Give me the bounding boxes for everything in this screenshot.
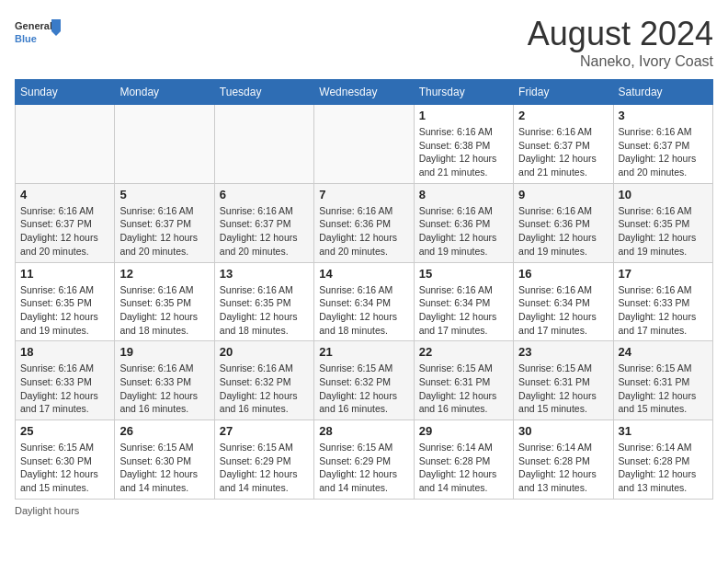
footer-label: Daylight hours bbox=[15, 505, 713, 516]
day-info: Sunrise: 6:15 AM Sunset: 6:29 PM Dayligh… bbox=[319, 441, 408, 495]
day-number: 27 bbox=[220, 424, 309, 438]
calendar-cell: 2Sunrise: 6:16 AM Sunset: 6:37 PM Daylig… bbox=[514, 105, 613, 184]
day-number: 2 bbox=[518, 109, 608, 122]
calendar-cell: 25Sunrise: 6:15 AM Sunset: 6:30 PM Dayli… bbox=[16, 420, 115, 500]
weekday-header-monday: Monday bbox=[115, 80, 214, 105]
day-number: 13 bbox=[220, 267, 309, 281]
calendar-cell: 1Sunrise: 6:16 AM Sunset: 6:38 PM Daylig… bbox=[414, 105, 513, 184]
calendar-week-3: 11Sunrise: 6:16 AM Sunset: 6:35 PM Dayli… bbox=[16, 262, 713, 341]
day-number: 22 bbox=[419, 345, 508, 359]
calendar-cell bbox=[314, 105, 414, 184]
calendar-cell: 30Sunrise: 6:14 AM Sunset: 6:28 PM Dayli… bbox=[514, 420, 613, 500]
day-info: Sunrise: 6:15 AM Sunset: 6:30 PM Dayligh… bbox=[119, 441, 209, 495]
calendar-cell: 6Sunrise: 6:16 AM Sunset: 6:37 PM Daylig… bbox=[214, 183, 313, 262]
day-info: Sunrise: 6:16 AM Sunset: 6:33 PM Dayligh… bbox=[20, 362, 109, 416]
day-info: Sunrise: 6:15 AM Sunset: 6:31 PM Dayligh… bbox=[518, 362, 608, 416]
day-info: Sunrise: 6:16 AM Sunset: 6:37 PM Dayligh… bbox=[220, 204, 309, 259]
day-info: Sunrise: 6:16 AM Sunset: 6:34 PM Dayligh… bbox=[518, 283, 608, 338]
day-number: 23 bbox=[518, 345, 608, 359]
calendar-cell: 16Sunrise: 6:16 AM Sunset: 6:34 PM Dayli… bbox=[514, 262, 613, 341]
calendar-cell: 3Sunrise: 6:16 AM Sunset: 6:37 PM Daylig… bbox=[613, 105, 712, 184]
day-number: 28 bbox=[319, 424, 408, 438]
day-info: Sunrise: 6:14 AM Sunset: 6:28 PM Dayligh… bbox=[619, 441, 708, 495]
calendar-cell: 28Sunrise: 6:15 AM Sunset: 6:29 PM Dayli… bbox=[314, 420, 414, 500]
calendar-cell: 19Sunrise: 6:16 AM Sunset: 6:33 PM Dayli… bbox=[115, 341, 214, 420]
day-number: 10 bbox=[619, 188, 708, 201]
day-number: 21 bbox=[319, 345, 408, 359]
calendar-cell: 31Sunrise: 6:14 AM Sunset: 6:28 PM Dayli… bbox=[613, 420, 712, 500]
weekday-header-wednesday: Wednesday bbox=[314, 80, 414, 105]
calendar-cell: 21Sunrise: 6:15 AM Sunset: 6:32 PM Dayli… bbox=[314, 341, 414, 420]
calendar-week-1: 1Sunrise: 6:16 AM Sunset: 6:38 PM Daylig… bbox=[16, 105, 713, 184]
calendar-cell: 17Sunrise: 6:16 AM Sunset: 6:33 PM Dayli… bbox=[613, 262, 712, 341]
day-number: 6 bbox=[220, 188, 309, 201]
weekday-header-thursday: Thursday bbox=[414, 80, 513, 105]
day-info: Sunrise: 6:16 AM Sunset: 6:34 PM Dayligh… bbox=[319, 283, 408, 338]
day-number: 5 bbox=[119, 188, 209, 201]
day-info: Sunrise: 6:16 AM Sunset: 6:36 PM Dayligh… bbox=[419, 204, 508, 259]
day-number: 20 bbox=[220, 345, 309, 359]
day-number: 29 bbox=[419, 424, 508, 438]
weekday-header-row: SundayMondayTuesdayWednesdayThursdayFrid… bbox=[16, 80, 713, 105]
calendar-cell: 11Sunrise: 6:16 AM Sunset: 6:35 PM Dayli… bbox=[16, 262, 115, 341]
day-info: Sunrise: 6:16 AM Sunset: 6:37 PM Dayligh… bbox=[619, 125, 708, 179]
day-info: Sunrise: 6:14 AM Sunset: 6:28 PM Dayligh… bbox=[518, 441, 608, 495]
calendar-cell: 18Sunrise: 6:16 AM Sunset: 6:33 PM Dayli… bbox=[16, 341, 115, 420]
day-number: 24 bbox=[619, 345, 708, 359]
day-info: Sunrise: 6:15 AM Sunset: 6:31 PM Dayligh… bbox=[619, 362, 708, 416]
location-subtitle: Naneko, Ivory Coast bbox=[528, 53, 713, 70]
day-info: Sunrise: 6:16 AM Sunset: 6:37 PM Dayligh… bbox=[119, 204, 209, 259]
weekday-header-tuesday: Tuesday bbox=[214, 80, 313, 105]
day-number: 9 bbox=[518, 188, 608, 201]
month-year-title: August 2024 bbox=[528, 15, 713, 53]
calendar-cell: 12Sunrise: 6:16 AM Sunset: 6:35 PM Dayli… bbox=[115, 262, 214, 341]
day-info: Sunrise: 6:16 AM Sunset: 6:36 PM Dayligh… bbox=[518, 204, 608, 259]
day-number: 26 bbox=[119, 424, 209, 438]
weekday-header-saturday: Saturday bbox=[613, 80, 712, 105]
svg-text:Blue: Blue bbox=[15, 33, 37, 44]
day-info: Sunrise: 6:16 AM Sunset: 6:33 PM Dayligh… bbox=[119, 362, 209, 416]
day-number: 16 bbox=[518, 267, 608, 281]
calendar-week-5: 25Sunrise: 6:15 AM Sunset: 6:30 PM Dayli… bbox=[16, 420, 713, 500]
calendar-cell: 15Sunrise: 6:16 AM Sunset: 6:34 PM Dayli… bbox=[414, 262, 513, 341]
day-info: Sunrise: 6:15 AM Sunset: 6:30 PM Dayligh… bbox=[20, 441, 109, 495]
day-number: 1 bbox=[419, 109, 508, 122]
day-info: Sunrise: 6:14 AM Sunset: 6:28 PM Dayligh… bbox=[419, 441, 508, 495]
calendar-cell: 29Sunrise: 6:14 AM Sunset: 6:28 PM Dayli… bbox=[414, 420, 513, 500]
svg-marker-2 bbox=[51, 19, 61, 36]
calendar-cell: 27Sunrise: 6:15 AM Sunset: 6:29 PM Dayli… bbox=[214, 420, 313, 500]
calendar-cell: 8Sunrise: 6:16 AM Sunset: 6:36 PM Daylig… bbox=[414, 183, 513, 262]
day-info: Sunrise: 6:16 AM Sunset: 6:33 PM Dayligh… bbox=[619, 283, 708, 338]
calendar-cell: 22Sunrise: 6:15 AM Sunset: 6:31 PM Dayli… bbox=[414, 341, 513, 420]
page-header: General Blue August 2024 Naneko, Ivory C… bbox=[15, 15, 713, 70]
logo-svg: General Blue bbox=[15, 15, 61, 52]
day-number: 3 bbox=[619, 109, 708, 122]
calendar-table: SundayMondayTuesdayWednesdayThursdayFrid… bbox=[15, 79, 713, 500]
calendar-cell: 14Sunrise: 6:16 AM Sunset: 6:34 PM Dayli… bbox=[314, 262, 414, 341]
day-info: Sunrise: 6:16 AM Sunset: 6:35 PM Dayligh… bbox=[220, 283, 309, 338]
weekday-header-sunday: Sunday bbox=[16, 80, 115, 105]
day-info: Sunrise: 6:15 AM Sunset: 6:31 PM Dayligh… bbox=[419, 362, 508, 416]
calendar-week-4: 18Sunrise: 6:16 AM Sunset: 6:33 PM Dayli… bbox=[16, 341, 713, 420]
calendar-week-2: 4Sunrise: 6:16 AM Sunset: 6:37 PM Daylig… bbox=[16, 183, 713, 262]
day-number: 19 bbox=[119, 345, 209, 359]
day-info: Sunrise: 6:15 AM Sunset: 6:29 PM Dayligh… bbox=[220, 441, 309, 495]
day-number: 31 bbox=[619, 424, 708, 438]
day-info: Sunrise: 6:16 AM Sunset: 6:37 PM Dayligh… bbox=[518, 125, 608, 179]
calendar-cell bbox=[115, 105, 214, 184]
day-info: Sunrise: 6:16 AM Sunset: 6:37 PM Dayligh… bbox=[20, 204, 109, 259]
calendar-cell bbox=[214, 105, 313, 184]
day-info: Sunrise: 6:15 AM Sunset: 6:32 PM Dayligh… bbox=[319, 362, 408, 416]
day-number: 18 bbox=[20, 345, 109, 359]
day-number: 30 bbox=[518, 424, 608, 438]
day-info: Sunrise: 6:16 AM Sunset: 6:35 PM Dayligh… bbox=[119, 283, 209, 338]
calendar-cell: 4Sunrise: 6:16 AM Sunset: 6:37 PM Daylig… bbox=[16, 183, 115, 262]
day-number: 14 bbox=[319, 267, 408, 281]
day-number: 12 bbox=[119, 267, 209, 281]
title-block: August 2024 Naneko, Ivory Coast bbox=[528, 15, 713, 70]
day-info: Sunrise: 6:16 AM Sunset: 6:32 PM Dayligh… bbox=[220, 362, 309, 416]
day-number: 25 bbox=[20, 424, 109, 438]
day-number: 11 bbox=[20, 267, 109, 281]
day-number: 4 bbox=[20, 188, 109, 201]
calendar-cell: 26Sunrise: 6:15 AM Sunset: 6:30 PM Dayli… bbox=[115, 420, 214, 500]
